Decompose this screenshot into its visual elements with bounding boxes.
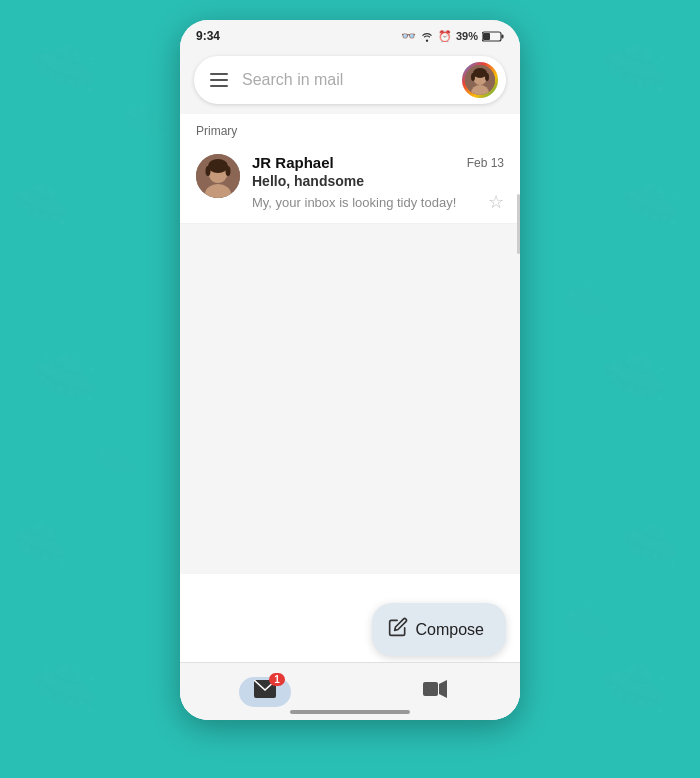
avatar-image (465, 65, 495, 95)
compose-label: Compose (416, 621, 484, 639)
svg-rect-2 (483, 33, 490, 40)
email-preview-text: My, your inbox is looking tidy today! (252, 195, 480, 210)
svg-rect-3 (502, 34, 504, 38)
wifi-icon (420, 30, 434, 42)
email-item[interactable]: JR Raphael Feb 13 Hello, handsome My, yo… (180, 144, 520, 224)
mail-badge: 1 (269, 673, 285, 686)
status-bar: 9:34 👓 ⏰ 39% (180, 20, 520, 48)
battery-text: 39% (456, 30, 478, 42)
avatar-face-svg (465, 65, 495, 95)
svg-point-14 (206, 166, 211, 176)
user-avatar-button[interactable] (462, 62, 498, 98)
email-header: JR Raphael Feb 13 (252, 154, 504, 171)
empty-content-space (180, 224, 520, 574)
status-icons: 👓 ⏰ 39% (401, 29, 504, 43)
search-bar-container: Search in mail (180, 48, 520, 114)
compose-button[interactable]: Compose (372, 603, 506, 656)
email-sender: JR Raphael (252, 154, 334, 171)
hamburger-menu-icon[interactable] (208, 71, 230, 89)
alarm-icon: ⏰ (438, 30, 452, 43)
search-placeholder: Search in mail (242, 71, 462, 89)
home-indicator (290, 710, 410, 714)
nav-item-meet[interactable] (409, 677, 461, 707)
meet-nav-wrapper (409, 677, 461, 707)
email-avatar (196, 154, 240, 198)
search-bar[interactable]: Search in mail (194, 56, 506, 104)
glasses-icon: 👓 (401, 29, 416, 43)
svg-point-7 (473, 68, 487, 78)
svg-point-9 (485, 73, 489, 81)
video-nav-icon (423, 680, 447, 703)
svg-point-15 (226, 166, 231, 176)
svg-point-0 (426, 40, 428, 42)
battery-icon (482, 31, 504, 42)
svg-marker-18 (439, 680, 447, 698)
mail-nav-wrapper: 1 (239, 677, 291, 707)
email-preview-row: My, your inbox is looking tidy today! ☆ (252, 191, 504, 213)
status-time: 9:34 (196, 29, 220, 43)
email-body: JR Raphael Feb 13 Hello, handsome My, yo… (252, 154, 504, 213)
pencil-icon (388, 617, 408, 642)
nav-item-mail[interactable]: 1 (239, 677, 291, 707)
fab-compose-area: Compose (372, 603, 506, 656)
star-icon[interactable]: ☆ (488, 191, 504, 213)
svg-rect-17 (423, 682, 438, 696)
svg-point-8 (471, 73, 475, 81)
section-primary-label: Primary (180, 114, 520, 144)
email-date: Feb 13 (467, 156, 504, 170)
sender-avatar-svg (196, 154, 240, 198)
email-subject: Hello, handsome (252, 173, 504, 189)
phone-frame: 9:34 👓 ⏰ 39% (180, 20, 520, 720)
scrollbar (517, 194, 520, 254)
svg-point-13 (208, 159, 228, 173)
